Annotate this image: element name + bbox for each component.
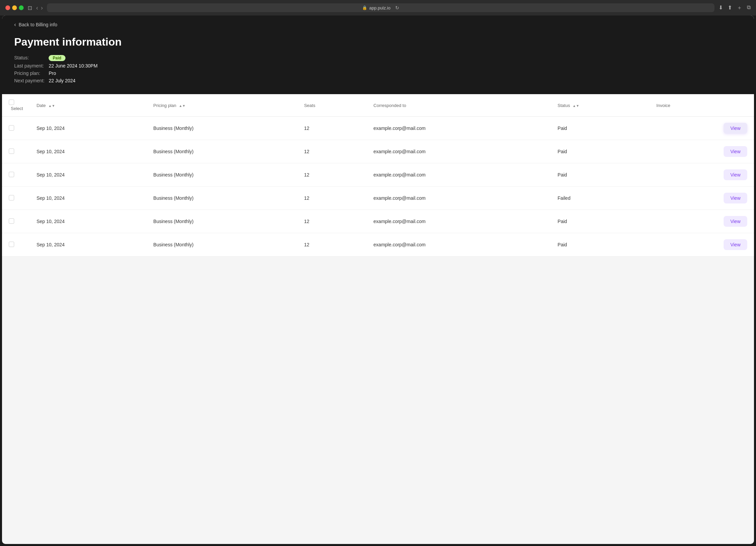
- view-invoice-button[interactable]: View: [724, 216, 747, 227]
- paid-badge: Paid: [49, 55, 65, 61]
- browser-chrome: ⊡ ‹ › 🔒 app.pulz.io ↻ ⬇ ⬆ ＋ ⧉: [0, 0, 756, 16]
- row-invoice-cell: View: [650, 163, 754, 187]
- page-wrapper: ‹ Back to Billing info Payment informati…: [2, 16, 754, 544]
- row-checkbox[interactable]: [9, 172, 14, 177]
- status-sort-icon: ▲▼: [573, 104, 579, 108]
- back-link-label: Back to Billing info: [19, 22, 57, 27]
- row-checkbox[interactable]: [9, 218, 14, 224]
- view-invoice-button[interactable]: View: [724, 169, 747, 180]
- view-invoice-button[interactable]: View: [724, 146, 747, 157]
- table-row: Sep 10, 2024 Business (Monthly) 12 examp…: [2, 163, 754, 187]
- invoice-header: Invoice: [650, 94, 754, 117]
- row-checkbox-cell: [2, 187, 30, 210]
- view-invoice-button[interactable]: View: [724, 193, 747, 203]
- pricing-plan-sort-icon: ▲▼: [179, 104, 186, 108]
- lock-icon: 🔒: [362, 5, 367, 10]
- row-checkbox[interactable]: [9, 195, 14, 200]
- table-row: Sep 10, 2024 Business (Monthly) 12 examp…: [2, 233, 754, 256]
- seats-header: Seats: [297, 94, 367, 117]
- row-checkbox-cell: [2, 163, 30, 187]
- table-section: Select Date ▲▼ Pricing plan ▲▼ Seats Cor: [2, 94, 754, 256]
- address-bar[interactable]: 🔒 app.pulz.io ↻: [47, 3, 714, 12]
- table-header: Select Date ▲▼ Pricing plan ▲▼ Seats Cor: [2, 94, 754, 117]
- row-seats: 12: [297, 117, 367, 140]
- row-pricing-plan: Business (Monthly): [146, 163, 297, 187]
- date-sort-icon: ▲▼: [48, 104, 55, 108]
- row-checkbox-cell: [2, 233, 30, 256]
- url-text: app.pulz.io: [369, 5, 390, 10]
- payment-info-grid: Status: Paid Last payment: 22 June 2024 …: [14, 55, 742, 83]
- row-seats: 12: [297, 210, 367, 233]
- row-status: Paid: [551, 117, 650, 140]
- pricing-plan-value: Pro: [49, 71, 742, 76]
- select-all-checkbox[interactable]: [9, 100, 14, 105]
- row-date: Sep 10, 2024: [30, 233, 146, 256]
- row-checkbox-cell: [2, 210, 30, 233]
- row-pricing-plan: Business (Monthly): [146, 233, 297, 256]
- row-checkbox[interactable]: [9, 125, 14, 131]
- last-payment-label: Last payment:: [14, 63, 45, 69]
- tabs-icon[interactable]: ⧉: [747, 4, 751, 11]
- new-tab-icon[interactable]: ＋: [737, 4, 742, 11]
- date-header[interactable]: Date ▲▼: [30, 94, 146, 117]
- row-status: Paid: [551, 140, 650, 163]
- next-payment-label: Next payment:: [14, 78, 45, 83]
- status-label: Status:: [14, 55, 45, 61]
- row-date: Sep 10, 2024: [30, 163, 146, 187]
- row-date: Sep 10, 2024: [30, 210, 146, 233]
- row-seats: 12: [297, 187, 367, 210]
- row-checkbox-cell: [2, 117, 30, 140]
- table-row: Sep 10, 2024 Business (Monthly) 12 examp…: [2, 117, 754, 140]
- dark-section: ‹ Back to Billing info Payment informati…: [2, 16, 754, 94]
- download-icon[interactable]: ⬇: [719, 4, 723, 11]
- pricing-plan-header[interactable]: Pricing plan ▲▼: [146, 94, 297, 117]
- row-date: Sep 10, 2024: [30, 140, 146, 163]
- select-header-label: Select: [11, 106, 23, 111]
- back-browser-button[interactable]: ‹: [36, 4, 38, 11]
- view-invoice-button[interactable]: View: [724, 123, 747, 134]
- row-invoice-cell: View: [650, 210, 754, 233]
- row-date: Sep 10, 2024: [30, 187, 146, 210]
- row-checkbox-cell: [2, 140, 30, 163]
- payments-table: Select Date ▲▼ Pricing plan ▲▼ Seats Cor: [2, 94, 754, 256]
- row-corresponded-to: example.corp@mail.com: [367, 210, 551, 233]
- status-value: Paid: [49, 55, 742, 61]
- row-corresponded-to: example.corp@mail.com: [367, 187, 551, 210]
- minimize-button[interactable]: [12, 5, 17, 10]
- row-pricing-plan: Business (Monthly): [146, 117, 297, 140]
- table-row: Sep 10, 2024 Business (Monthly) 12 examp…: [2, 187, 754, 210]
- last-payment-value: 22 June 2024 10:30PM: [49, 63, 742, 69]
- row-status: Failed: [551, 187, 650, 210]
- browser-actions: ⬇ ⬆ ＋ ⧉: [719, 4, 751, 11]
- row-corresponded-to: example.corp@mail.com: [367, 140, 551, 163]
- row-invoice-cell: View: [650, 117, 754, 140]
- row-checkbox[interactable]: [9, 148, 14, 154]
- view-invoice-button[interactable]: View: [724, 239, 747, 250]
- row-seats: 12: [297, 163, 367, 187]
- sidebar-icon[interactable]: ⊡: [28, 5, 32, 11]
- close-button[interactable]: [5, 5, 10, 10]
- share-icon[interactable]: ⬆: [728, 4, 732, 11]
- row-status: Paid: [551, 210, 650, 233]
- row-invoice-cell: View: [650, 233, 754, 256]
- row-invoice-cell: View: [650, 140, 754, 163]
- row-invoice-cell: View: [650, 187, 754, 210]
- back-to-billing-link[interactable]: ‹ Back to Billing info: [14, 22, 742, 28]
- reload-icon[interactable]: ↻: [395, 5, 399, 10]
- row-pricing-plan: Business (Monthly): [146, 140, 297, 163]
- browser-navigation: ‹ ›: [36, 4, 43, 11]
- status-header[interactable]: Status ▲▼: [551, 94, 650, 117]
- fullscreen-button[interactable]: [19, 5, 24, 10]
- next-payment-value: 22 July 2024: [49, 78, 742, 83]
- row-status: Paid: [551, 163, 650, 187]
- row-pricing-plan: Business (Monthly): [146, 187, 297, 210]
- traffic-lights: [5, 5, 24, 10]
- row-status: Paid: [551, 233, 650, 256]
- forward-browser-button[interactable]: ›: [41, 4, 43, 11]
- row-checkbox[interactable]: [9, 242, 14, 247]
- row-seats: 12: [297, 140, 367, 163]
- row-seats: 12: [297, 233, 367, 256]
- page-title: Payment information: [14, 36, 742, 48]
- table-row: Sep 10, 2024 Business (Monthly) 12 examp…: [2, 140, 754, 163]
- row-corresponded-to: example.corp@mail.com: [367, 117, 551, 140]
